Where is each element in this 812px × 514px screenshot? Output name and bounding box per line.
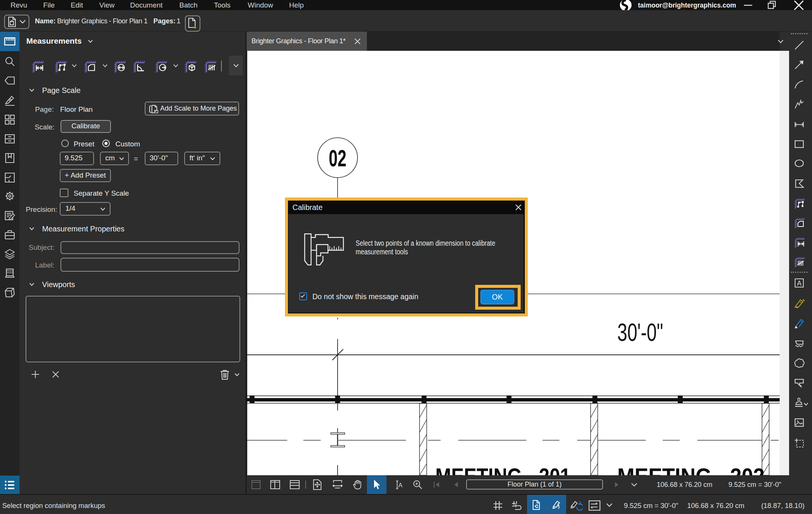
svg-text:A: A [797, 280, 801, 287]
svg-text:A: A [398, 482, 403, 488]
svg-text:30'-0": 30'-0" [617, 318, 663, 346]
svg-text:MEETING - 201: MEETING - 201 [435, 463, 571, 475]
svg-text:MEETING - 202: MEETING - 202 [617, 463, 765, 475]
svg-text:02: 02 [329, 145, 347, 171]
